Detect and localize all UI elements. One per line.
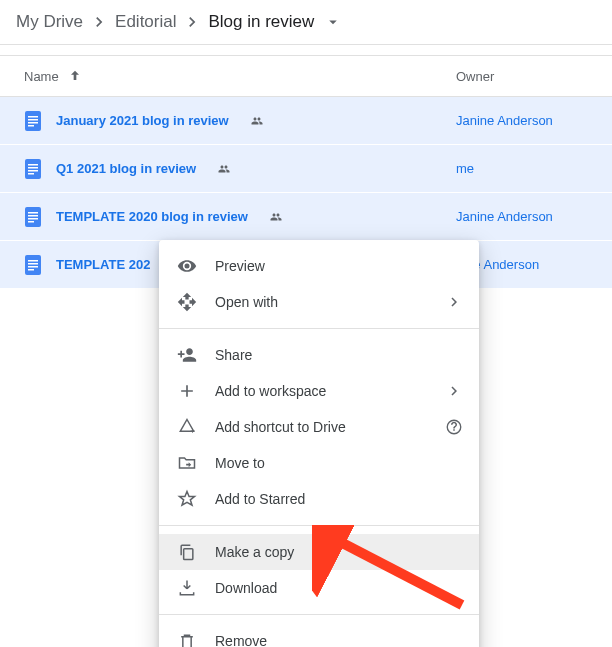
svg-rect-13 <box>28 218 38 220</box>
menu-label: Move to <box>215 455 265 471</box>
breadcrumb-item-my-drive[interactable]: My Drive <box>16 12 83 32</box>
menu-label: Add to Starred <box>215 491 305 507</box>
svg-rect-14 <box>28 221 34 223</box>
svg-rect-16 <box>28 260 38 262</box>
google-doc-icon <box>24 110 42 132</box>
menu-label: Preview <box>215 258 265 274</box>
svg-rect-4 <box>28 125 34 127</box>
svg-rect-2 <box>28 119 38 121</box>
divider <box>159 525 479 526</box>
caret-down-icon[interactable] <box>324 13 342 31</box>
menu-download[interactable]: Download <box>159 570 479 606</box>
svg-rect-19 <box>28 269 34 271</box>
download-icon <box>175 578 199 598</box>
svg-rect-1 <box>28 116 38 118</box>
help-icon <box>445 418 463 436</box>
column-owner-label: Owner <box>456 69 494 84</box>
breadcrumb: My Drive Editorial Blog in review <box>0 0 612 45</box>
menu-label: Open with <box>215 294 278 310</box>
menu-add-starred[interactable]: Add to Starred <box>159 481 479 517</box>
svg-rect-17 <box>28 263 38 265</box>
svg-rect-9 <box>28 173 34 175</box>
column-name-label: Name <box>24 69 59 84</box>
google-doc-icon <box>24 158 42 180</box>
column-header-owner[interactable]: Owner <box>456 69 596 84</box>
breadcrumb-item-editorial[interactable]: Editorial <box>115 12 176 32</box>
menu-preview[interactable]: Preview <box>159 248 479 284</box>
svg-text:+: + <box>190 426 195 436</box>
svg-rect-22 <box>184 549 193 560</box>
file-owner: me <box>456 161 596 176</box>
file-name: TEMPLATE 2020 blog in review <box>56 209 248 224</box>
chevron-right-icon <box>445 293 463 311</box>
table-row[interactable]: January 2021 blog in review Janine Ander… <box>0 97 612 145</box>
divider <box>159 328 479 329</box>
svg-rect-8 <box>28 170 38 172</box>
google-doc-icon <box>24 206 42 228</box>
drive-shortcut-icon: + <box>175 417 199 437</box>
star-icon <box>175 489 199 509</box>
menu-remove[interactable]: Remove <box>159 623 479 647</box>
menu-make-copy[interactable]: Make a copy <box>159 534 479 570</box>
menu-add-workspace[interactable]: Add to workspace <box>159 373 479 409</box>
menu-open-with[interactable]: Open with <box>159 284 479 320</box>
divider <box>159 614 479 615</box>
svg-rect-18 <box>28 266 38 268</box>
table-row[interactable]: TEMPLATE 2020 blog in review Janine Ande… <box>0 193 612 241</box>
table-row[interactable]: Q1 2021 blog in review me <box>0 145 612 193</box>
svg-rect-0 <box>25 111 41 131</box>
plus-icon <box>175 381 199 401</box>
chevron-right-icon <box>89 12 109 32</box>
svg-rect-3 <box>28 122 38 124</box>
svg-rect-12 <box>28 215 38 217</box>
trash-icon <box>175 631 199 647</box>
google-doc-icon <box>24 254 42 276</box>
sort-asc-icon <box>67 68 83 84</box>
shared-icon <box>268 211 284 223</box>
person-add-icon <box>175 345 199 365</box>
file-name: January 2021 blog in review <box>56 113 229 128</box>
column-header-row: Name Owner <box>0 55 612 97</box>
chevron-right-icon <box>445 382 463 400</box>
menu-label: Add to workspace <box>215 383 326 399</box>
menu-label: Add shortcut to Drive <box>215 419 346 435</box>
context-menu: Preview Open with Share Add to workspace… <box>159 240 479 647</box>
open-with-icon <box>175 292 199 312</box>
file-owner: Janine Anderson <box>456 113 596 128</box>
breadcrumb-item-current[interactable]: Blog in review <box>208 12 314 32</box>
menu-label: Download <box>215 580 277 596</box>
eye-icon <box>175 256 199 276</box>
svg-rect-15 <box>25 255 41 275</box>
chevron-right-icon <box>182 12 202 32</box>
svg-rect-11 <box>28 212 38 214</box>
file-name: Q1 2021 blog in review <box>56 161 196 176</box>
copy-icon <box>175 542 199 562</box>
shared-icon <box>249 115 265 127</box>
menu-move-to[interactable]: Move to <box>159 445 479 481</box>
file-name: TEMPLATE 202 <box>56 257 150 272</box>
menu-share[interactable]: Share <box>159 337 479 373</box>
menu-label: Make a copy <box>215 544 294 560</box>
menu-label: Remove <box>215 633 267 647</box>
menu-add-shortcut[interactable]: + Add shortcut to Drive <box>159 409 479 445</box>
shared-icon <box>216 163 232 175</box>
column-header-name[interactable]: Name <box>24 68 456 84</box>
svg-rect-7 <box>28 167 38 169</box>
svg-rect-10 <box>25 207 41 227</box>
svg-rect-5 <box>25 159 41 179</box>
menu-label: Share <box>215 347 252 363</box>
file-owner: Janine Anderson <box>456 209 596 224</box>
folder-move-icon <box>175 453 199 473</box>
svg-rect-6 <box>28 164 38 166</box>
